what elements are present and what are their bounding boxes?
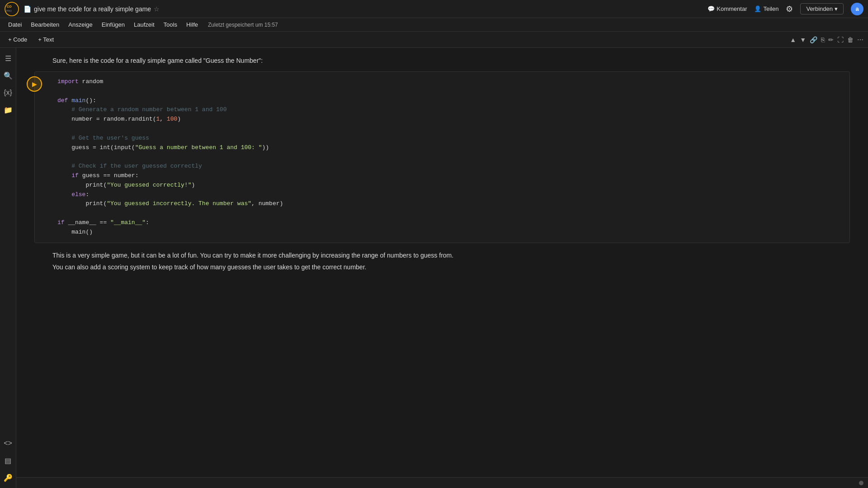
sidebar-variables-icon[interactable]: {x} (1, 86, 15, 99)
teilen-icon: 👤 (754, 5, 761, 12)
add-code-button[interactable]: + Code (5, 34, 31, 45)
top-bar: CO PRO 📄 give me the code for a really s… (0, 0, 868, 18)
code-content[interactable]: import random def main(): # Generate a r… (35, 72, 849, 243)
move-down-button[interactable]: ▼ (800, 36, 806, 43)
menu-hilfe[interactable]: Hilfe (183, 20, 202, 29)
avatar[interactable]: a (851, 3, 863, 15)
main-layout: ☰ 🔍 {x} 📁 <> ▤ 🔑 Sure, here is the code … (0, 48, 868, 488)
toolbar: + Code + Text ▲ ▼ 🔗 ⎘ ✏ ⛶ 🗑 ⋯ (0, 32, 868, 48)
top-right-actions: 💬 Kommentar 👤 Teilen ⚙ Verbinden ▾ a (708, 3, 863, 15)
kommentar-button[interactable]: 💬 Kommentar (708, 5, 747, 12)
status-indicator (859, 481, 863, 485)
svg-text:PRO: PRO (6, 9, 12, 12)
sidebar-files-icon[interactable]: 📁 (1, 103, 15, 117)
chevron-down-icon: ▾ (835, 5, 838, 12)
text-output: Sure, here is the code for a really simp… (34, 57, 850, 64)
menu-anszeige[interactable]: Anszeige (65, 20, 96, 29)
move-up-button[interactable]: ▲ (790, 36, 796, 43)
sidebar-code-icon[interactable]: <> (1, 436, 15, 450)
content-area: Sure, here is the code for a really simp… (16, 48, 868, 488)
run-cell-button[interactable]: ▶ (27, 76, 42, 92)
menu-bar: Datei Bearbeiten Anszeige Einfügen Laufz… (0, 18, 868, 32)
menu-einfuegen[interactable]: Einfügen (98, 20, 128, 29)
sidebar-terminal-icon[interactable]: ▤ (1, 454, 15, 467)
intro-text: Sure, here is the code for a really simp… (52, 57, 263, 64)
bottom-sidebar-icons: <> ▤ 🔑 (1, 436, 15, 484)
edit-button[interactable]: ✏ (828, 36, 834, 43)
expand-button[interactable]: ⛶ (837, 36, 844, 43)
status-bar (16, 477, 868, 488)
explanation-line1: This is a very simple game, but it can b… (52, 250, 850, 260)
code-cell: ▶ import random def main(): # Generate a… (34, 71, 850, 243)
notebook-title-area: 📄 give me the code for a really simple g… (24, 5, 703, 13)
colab-logo[interactable]: CO PRO (5, 2, 19, 16)
sidebar-secrets-icon[interactable]: 🔑 (1, 471, 15, 484)
settings-button[interactable]: ⚙ (786, 4, 793, 14)
add-text-button[interactable]: + Text (34, 34, 57, 45)
play-icon: ▶ (32, 80, 37, 88)
sidebar-menu-icon[interactable]: ☰ (1, 52, 15, 65)
kommentar-icon: 💬 (708, 5, 715, 12)
sidebar-search-icon[interactable]: 🔍 (1, 69, 15, 82)
menu-datei[interactable]: Datei (5, 20, 25, 29)
menu-laufzeit[interactable]: Laufzeit (130, 20, 158, 29)
delete-button[interactable]: 🗑 (847, 36, 854, 43)
teilen-button[interactable]: 👤 Teilen (754, 5, 778, 12)
menu-bearbeiten[interactable]: Bearbeiten (27, 20, 63, 29)
file-icon: 📄 (24, 5, 31, 13)
link-button[interactable]: 🔗 (810, 36, 817, 43)
explanation-text: This is a very simple game, but it can b… (34, 250, 850, 272)
star-icon[interactable]: ☆ (154, 5, 160, 13)
connect-button[interactable]: Verbinden ▾ (800, 3, 844, 14)
more-options-button[interactable]: ⋯ (857, 36, 863, 43)
left-sidebar: ☰ 🔍 {x} 📁 <> ▤ 🔑 (0, 48, 16, 488)
cell-run-btn-area: ▶ (27, 76, 42, 92)
last-saved: Zuletzt gespeichert um 15:57 (208, 22, 278, 28)
svg-point-0 (5, 2, 19, 16)
notebook-title[interactable]: give me the code for a really simple gam… (34, 5, 151, 13)
menu-tools[interactable]: Tools (160, 20, 181, 29)
svg-text:CO: CO (7, 5, 12, 8)
explanation-line2: You can also add a scoring system to kee… (52, 262, 850, 272)
copy-button[interactable]: ⎘ (821, 36, 825, 43)
toolbar-right: ▲ ▼ 🔗 ⎘ ✏ ⛶ 🗑 ⋯ (790, 36, 863, 43)
